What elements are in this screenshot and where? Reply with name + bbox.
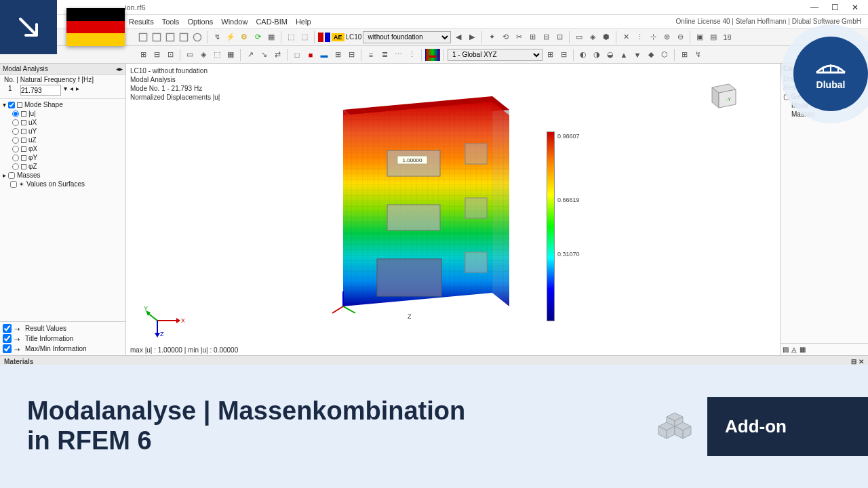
cp-row[interactable]: Masses	[781, 110, 868, 119]
tool-icon[interactable]: ⋮	[406, 49, 418, 61]
chevron-down-icon[interactable]: ▾	[64, 85, 67, 96]
tree-item[interactable]: uZ	[3, 136, 123, 144]
prev-icon[interactable]: ◂	[70, 85, 73, 96]
tool-icon[interactable]: ⊞	[332, 49, 344, 61]
tool-icon[interactable]: ⊡	[553, 31, 566, 43]
pin-icon[interactable]: ⊟ ✕	[851, 358, 864, 365]
check-row[interactable]: ⇢Max/Min Information	[3, 344, 123, 354]
tool-icon[interactable]: ◈	[197, 49, 210, 61]
tool-icon[interactable]: ▭	[573, 31, 585, 43]
tool-icon[interactable]: ↯	[692, 49, 704, 61]
viewport-3d[interactable]: LC10 - without foundation Modal Analysis…	[126, 64, 780, 355]
tool-icon[interactable]	[164, 31, 176, 43]
minimize-button[interactable]: —	[804, 1, 825, 14]
tool-icon[interactable]	[151, 31, 163, 43]
tool-icon[interactable]: ⋯	[392, 49, 404, 61]
tool-icon[interactable]: ▼	[631, 49, 644, 61]
tool-icon[interactable]: ⊟	[345, 49, 357, 61]
tool-icon[interactable]: ⋮	[633, 31, 646, 43]
tree-values-surfaces[interactable]: ✶ Values on Surfaces	[3, 180, 123, 188]
tool-icon[interactable]: ■	[304, 49, 317, 61]
freq-value-input[interactable]	[20, 85, 61, 96]
radio[interactable]	[12, 146, 19, 152]
tool-icon[interactable]: ↘	[258, 49, 270, 61]
tree-item[interactable]: φZ	[3, 162, 123, 171]
tree-item[interactable]: φX	[3, 144, 123, 153]
tool-icon[interactable]: ⊡	[164, 49, 176, 61]
tool-icon[interactable]: ⬚	[211, 49, 223, 61]
checkbox[interactable]	[3, 324, 12, 333]
tree-mode-shape[interactable]: ▾ Mode Shape	[3, 100, 123, 109]
tool-icon[interactable]: ✕	[620, 31, 632, 43]
tool-icon[interactable]: ⬢	[600, 31, 612, 43]
tool-icon[interactable]: ⊹	[647, 31, 659, 43]
tool-icon[interactable]: ◈	[587, 31, 599, 43]
tool-icon[interactable]: ⊟	[557, 49, 570, 61]
radio[interactable]	[12, 155, 19, 161]
tool-icon[interactable]: 18	[721, 31, 733, 43]
maximize-button[interactable]: ☐	[825, 1, 845, 14]
menu-options[interactable]: Options	[183, 18, 217, 26]
tool-icon[interactable]: ▦	[265, 31, 277, 43]
tool-icon[interactable]: ↗	[244, 49, 256, 61]
menu-help[interactable]: Help	[292, 18, 315, 26]
tree-item[interactable]: |u|	[3, 109, 123, 118]
tool-icon[interactable]: ◒	[604, 49, 616, 61]
radio[interactable]	[12, 163, 19, 170]
tool-icon[interactable]	[178, 31, 190, 43]
tool-icon[interactable]: ↯	[211, 31, 223, 43]
tool-icon[interactable]: ⊞	[678, 49, 690, 61]
checkbox[interactable]	[3, 344, 12, 353]
panel-tab-icon[interactable]: ▦	[800, 346, 806, 353]
tool-icon[interactable]: ▬	[318, 49, 330, 61]
tool-icon[interactable]: ⇄	[271, 49, 283, 61]
tool-icon[interactable]: ⬚	[298, 31, 311, 43]
tool-icon[interactable]: ⬡	[658, 49, 671, 61]
tool-icon[interactable]: ▦	[224, 49, 237, 61]
radio[interactable]	[12, 128, 19, 135]
tool-icon[interactable]: ▲	[618, 49, 630, 61]
tool-icon[interactable]: ◑	[591, 49, 603, 61]
loadcase-dropdown[interactable]: without foundation	[363, 31, 451, 43]
coord-system-dropdown[interactable]: 1 - Global XYZ	[448, 49, 542, 61]
menu-window[interactable]: Window	[217, 18, 252, 26]
tool-icon[interactable]: ≡	[365, 49, 377, 61]
tool-icon[interactable]: ◐	[577, 49, 589, 61]
panel-tab-icon[interactable]: ▤	[783, 346, 789, 353]
checkbox[interactable]	[8, 172, 15, 179]
checkbox[interactable]	[3, 334, 12, 343]
radio[interactable]	[12, 137, 19, 144]
tool-icon[interactable]: ✂	[513, 31, 525, 43]
check-row[interactable]: ⇢Result Values	[3, 323, 123, 333]
tool-icon[interactable]: ⟲	[499, 31, 511, 43]
tool-icon[interactable]: ▤	[707, 31, 719, 43]
tool-icon[interactable]: ⚡	[224, 31, 237, 43]
tool-icon[interactable]: ⚙	[238, 31, 250, 43]
tool-icon[interactable]: ⟳	[252, 31, 264, 43]
menu-results[interactable]: Results	[125, 18, 158, 26]
menu-cadbim[interactable]: CAD-BIM	[252, 18, 291, 26]
tool-icon[interactable]: ⊕	[660, 31, 673, 43]
tool-icon[interactable]: ⊟	[540, 31, 552, 43]
tree-item[interactable]: uX	[3, 118, 123, 127]
tool-icon[interactable]: ⬚	[285, 31, 297, 43]
menu-tools[interactable]: Tools	[158, 18, 184, 26]
tree-item[interactable]: uY	[3, 127, 123, 136]
tool-icon[interactable]: ⊖	[674, 31, 686, 43]
prev-icon[interactable]: ◀	[452, 31, 465, 43]
tool-icon[interactable]: ⊞	[544, 49, 556, 61]
tool-icon[interactable]: ≣	[378, 49, 391, 61]
checkbox[interactable]	[8, 102, 15, 108]
tool-icon[interactable]: ✦	[486, 31, 498, 43]
panel-tab-icon[interactable]: ◬	[791, 346, 797, 353]
loadcase-selector[interactable]: AE LC10 without foundation	[318, 31, 451, 43]
checkbox[interactable]	[10, 181, 17, 188]
tool-icon[interactable]: ⊟	[151, 49, 163, 61]
tool-icon[interactable]: ▬	[425, 49, 440, 61]
tool-icon[interactable]: ▭	[184, 49, 196, 61]
next-icon[interactable]: ▸	[76, 85, 79, 96]
radio[interactable]	[12, 119, 19, 126]
close-button[interactable]: ✕	[845, 1, 865, 14]
check-row[interactable]: ⇢Title Information	[3, 333, 123, 344]
tool-icon[interactable]: ◆	[645, 49, 657, 61]
